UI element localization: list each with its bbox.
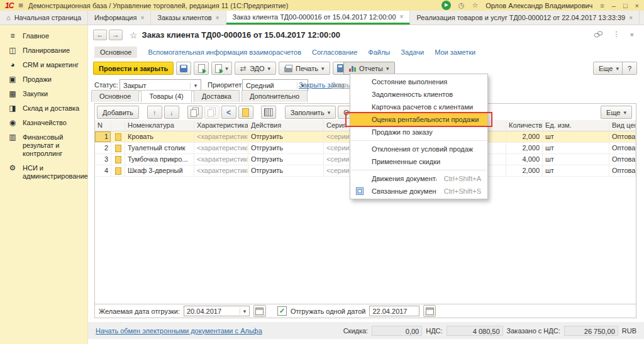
menu-item-deviations[interactable]: Отклонения от условий продаж — [350, 143, 487, 155]
table-more-button[interactable]: Еще ▾ — [601, 106, 632, 119]
chevron-down-icon[interactable]: ▾ — [190, 82, 201, 89]
nav-main[interactable]: Основное — [94, 47, 137, 58]
menu-item-applied-discounts[interactable]: Примененные скидки — [350, 155, 487, 168]
more-dots-icon[interactable]: ⋮ — [613, 30, 620, 38]
minimize-button[interactable]: – — [612, 2, 616, 9]
col-quantity[interactable]: Количество — [506, 120, 543, 131]
close-tab-icon[interactable]: × — [216, 14, 219, 21]
menu-item-linked-documents[interactable]: Связанные документы Ctrl+Shift+S — [350, 185, 487, 197]
save-button[interactable] — [176, 62, 191, 75]
col-icon[interactable] — [111, 120, 125, 131]
close-tab-icon[interactable]: × — [400, 13, 404, 20]
cell-characteristic: <характеристики ... — [194, 154, 248, 165]
favorites-star-icon[interactable]: ☆ — [472, 1, 478, 9]
tab-goods[interactable]: Товары (4) — [141, 90, 191, 103]
cell-quantity: 4,000 — [506, 154, 543, 165]
forward-button[interactable]: → — [109, 30, 123, 40]
close-order-link-2[interactable]: Закры — [331, 81, 352, 89]
tab-customer-orders[interactable]: Заказы клиентов × — [151, 11, 226, 25]
paste-row-button[interactable] — [204, 106, 219, 119]
cell-unit: шт — [543, 154, 609, 165]
post-document-button[interactable] — [194, 62, 209, 75]
cell-price-type: Оптовая — [609, 143, 636, 154]
discussions-icon[interactable] — [441, 1, 451, 10]
nav-approval[interactable]: Согласование — [312, 48, 357, 56]
barcode-scan-button[interactable] — [261, 106, 276, 119]
close-document-icon[interactable]: × — [630, 31, 634, 38]
sidebar-item-main[interactable]: ≡ Главное — [0, 29, 87, 43]
tab-home[interactable]: ⌂ Начальная страница — [0, 11, 88, 25]
get-link-icon[interactable] — [594, 30, 603, 38]
sidebar-item-treasury[interactable]: ◉ Казначейство — [0, 116, 87, 130]
sidebar-item-planning[interactable]: ◫ Планирование — [0, 43, 87, 58]
calendar-button[interactable] — [423, 305, 436, 317]
edo-exchange-link[interactable]: Начать обмен электронными документами с … — [96, 327, 262, 335]
finance-icon: ▥ — [8, 133, 17, 141]
tab-label: Реализация товаров и услуг ТД00-000012 о… — [416, 14, 625, 21]
split-row-button[interactable]: < — [221, 106, 236, 119]
tab-information[interactable]: Информация × — [88, 11, 151, 25]
main-section-icon: ≡ — [8, 32, 17, 40]
tab-additional[interactable]: Дополнительно — [242, 90, 308, 102]
maximize-button[interactable]: □ — [623, 2, 628, 9]
yellow-doc-icon — [242, 108, 249, 117]
edo-button[interactable]: ⇄ ЭДО ▾ — [235, 62, 276, 75]
col-price-type[interactable]: Вид цен — [609, 120, 636, 131]
open-card-button[interactable] — [238, 106, 253, 119]
back-button[interactable]: ← — [93, 30, 107, 40]
tab-goods-sales-document[interactable]: Реализация товаров и услуг ТД00-000012 о… — [410, 11, 640, 25]
sidebar-item-finance[interactable]: ▥ Финансовый результат и контроллинг — [0, 130, 87, 161]
panels-menu-icon[interactable]: ≡ — [600, 2, 604, 9]
col-characteristic[interactable]: Характеристика — [194, 120, 248, 131]
menu-item-sales-by-order[interactable]: Продажи по заказу — [350, 126, 487, 138]
sidebar-item-admin[interactable]: ⚙ НСИ и администрирование — [0, 161, 87, 184]
nav-aux-info[interactable]: Вспомогательная информация взаиморасчето… — [148, 48, 301, 56]
sidebar-item-warehouse[interactable]: ◨ Склад и доставка — [0, 101, 87, 116]
menu-item-execution-state[interactable]: Состояние выполнения — [350, 75, 487, 88]
col-unit[interactable]: Ед. изм. — [543, 120, 609, 131]
menu-item-sales-profitability[interactable]: Оценка рентабельности продажи — [350, 113, 487, 126]
sidebar-item-label: НСИ и администрирование — [23, 164, 88, 180]
main-menu-icon[interactable]: ≡ — [18, 2, 23, 9]
cell-quantity: 2,000 — [506, 143, 543, 154]
reports-button[interactable]: Отчеты ▾ — [343, 62, 395, 75]
more-button[interactable]: Еще ▾ — [593, 62, 625, 75]
sidebar-item-sales[interactable]: ▣ Продажи — [0, 72, 87, 87]
menu-item-client-debt[interactable]: Задолженность клиентов — [350, 88, 487, 101]
chevron-down-icon[interactable]: ▾ — [240, 308, 249, 314]
shipping-date-label: Желаемая дата отгрузки: — [99, 308, 180, 315]
single-date-field[interactable]: 22.04.2017 — [369, 306, 419, 316]
col-nomenclature[interactable]: Номенклатура — [125, 120, 194, 131]
nav-files[interactable]: Файлы — [368, 48, 390, 56]
col-actions[interactable]: Действия — [248, 120, 324, 131]
tab-main-section[interactable]: Основное — [91, 90, 139, 102]
sidebar-item-purchases[interactable]: ▦ Закупки — [0, 87, 87, 101]
calendar-button[interactable] — [253, 305, 266, 317]
move-down-button[interactable]: ↓ — [164, 106, 179, 119]
shipping-date-field[interactable]: 20.04.2017 ▾ — [184, 306, 250, 316]
tab-customer-order-document[interactable]: Заказ клиента ТД00-000016 от 15.04.2017 … — [226, 11, 411, 25]
menu-item-document-movements[interactable]: Движения документа Ctrl+Shift+A — [350, 172, 487, 185]
print-button[interactable]: Печать ▾ — [279, 62, 330, 75]
col-n[interactable]: N — [95, 120, 111, 131]
menu-item-settlement-card[interactable]: Карточка расчетов с клиентами — [350, 101, 487, 113]
history-clock-icon[interactable]: ◷ — [458, 1, 465, 9]
favorite-star-icon[interactable]: ☆ — [130, 30, 138, 40]
add-row-button[interactable]: Добавить — [97, 106, 139, 119]
home-icon: ⌂ — [6, 14, 11, 21]
move-up-button[interactable]: ↑ — [147, 106, 162, 119]
copy-row-button[interactable] — [187, 106, 203, 119]
sidebar-item-crm[interactable]: ◕ CRM и маркетинг — [0, 58, 87, 72]
create-based-on-button[interactable]: ▾ — [211, 62, 232, 75]
close-window-button[interactable]: × — [635, 2, 639, 9]
close-tab-icon[interactable]: × — [629, 14, 633, 21]
nav-notes[interactable]: Мои заметки — [435, 48, 475, 56]
nav-tasks[interactable]: Задачи — [401, 48, 424, 56]
current-user[interactable]: Орлов Александр Владимирович — [486, 2, 592, 9]
tab-delivery[interactable]: Доставка — [194, 90, 240, 102]
same-date-checkbox[interactable]: ✓ — [277, 306, 287, 316]
close-tab-icon[interactable]: × — [140, 14, 144, 21]
post-and-close-button[interactable]: Провести и закрыть — [93, 62, 174, 75]
fill-button[interactable]: Заполнить ▾ — [285, 106, 336, 119]
help-button[interactable]: ? — [622, 62, 637, 75]
